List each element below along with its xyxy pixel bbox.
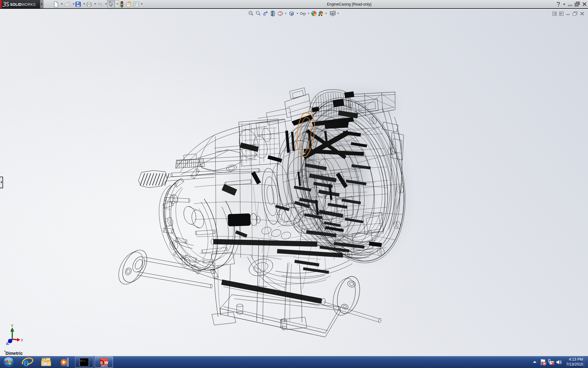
svg-text:2015: 2015	[101, 364, 108, 368]
svg-text:C:\_: C:\_	[81, 359, 86, 362]
svg-text:X: X	[21, 338, 23, 342]
svg-text:SOLIDWORKS: SOLIDWORKS	[10, 2, 36, 7]
svg-text:Y: Y	[11, 324, 13, 328]
